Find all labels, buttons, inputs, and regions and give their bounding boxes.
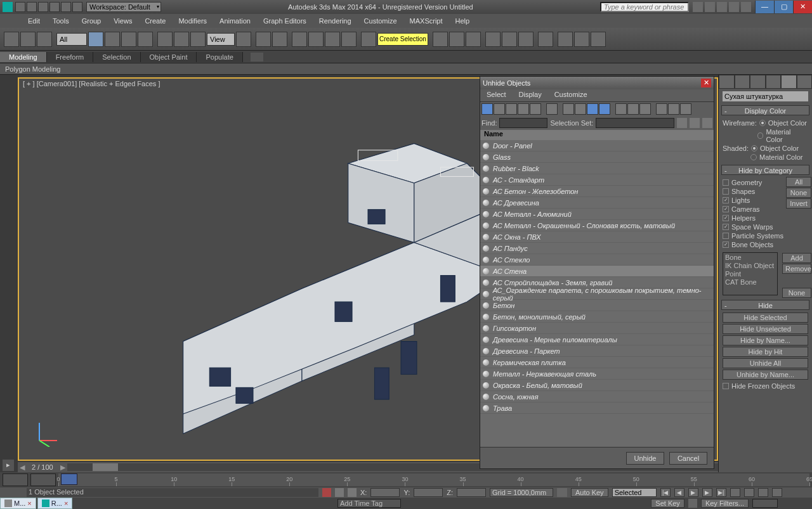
qat-open-icon[interactable] [27,2,37,12]
object-list-item[interactable]: Бетон [480,300,714,311]
auto-key-button[interactable]: Auto Key [571,488,608,497]
list-item[interactable]: Point [725,270,775,278]
wire-object-radio[interactable] [759,120,766,126]
graphite-ribbon-icon[interactable] [485,32,501,47]
object-list-item[interactable]: Rubber - Black [480,163,714,174]
object-list-item[interactable]: АС Бетон - Железобетон [480,186,714,197]
hide-unselected-button[interactable]: Hide Unselected [723,324,808,334]
object-list-item[interactable]: Glass [480,151,714,163]
display-all-icon[interactable] [481,103,493,115]
ribbon-collapse-icon[interactable] [251,53,263,61]
cat-helpers-checkbox[interactable]: ✓ [723,215,729,221]
task-close-icon[interactable]: × [64,499,68,507]
object-list-item[interactable]: АС Древесина [480,197,714,209]
pivot-center-icon[interactable] [236,32,251,47]
utilities-tab-icon[interactable] [797,75,813,89]
selection-filter-dropdown[interactable]: All [56,33,87,46]
menu-maxscript[interactable]: MAXScript [403,15,449,27]
app-icon[interactable] [3,2,13,12]
timeline-ruler[interactable]: 05101520253035404550556065 [58,474,809,486]
menu-modifiers[interactable]: Modifiers [172,15,213,27]
angle-snap-icon[interactable] [308,32,324,47]
taskbar-item-1[interactable]: M...× [0,498,36,509]
unhide-button[interactable]: Unhide [626,452,664,465]
script-listener-icon[interactable] [4,488,23,497]
selection-lock-icon[interactable] [348,488,357,497]
selection-set-dropdown[interactable] [596,118,674,128]
display-tab-icon[interactable] [781,75,797,89]
display-geometry-icon[interactable] [494,103,505,115]
link-icon[interactable] [4,32,19,47]
add-bone-button[interactable]: Add [782,253,811,263]
object-list-item[interactable]: АС Металл - Окрашенный - Слоновая кость,… [480,220,714,231]
taskbar-item-2[interactable]: R...× [37,498,73,509]
viewport-nav1-icon[interactable] [730,488,740,497]
select-none-icon[interactable] [627,103,639,115]
render-setup-icon[interactable] [558,32,573,47]
menu-edit[interactable]: Edit [22,15,46,27]
minimize-button[interactable]: — [755,1,774,13]
collapse-icon[interactable] [680,103,691,115]
rotate-icon[interactable] [174,32,189,47]
cat-bone-objects-checkbox[interactable]: ✓ [723,242,729,248]
object-list-item[interactable]: АС - Стандарт [480,174,714,186]
display-helpers-icon[interactable] [546,103,558,115]
mirror-icon[interactable] [433,32,448,47]
expand-icon[interactable] [668,103,679,115]
object-list-item[interactable]: Металл - Нержавеющая сталь [480,368,714,380]
ref-coord-dropdown[interactable]: View [207,33,235,46]
qat-project-icon[interactable] [72,2,82,12]
list-item[interactable]: CAT Bone [725,278,775,287]
create-tab-icon[interactable] [719,75,735,89]
help-search-input[interactable] [600,2,689,12]
dialog-close-icon[interactable]: ✕ [701,79,711,87]
keyboard-shortcut-icon[interactable] [272,32,287,47]
object-list-item[interactable]: Древесина - Паркет [480,345,714,357]
object-list-item[interactable]: Сосна, южная [480,391,714,403]
schematic-view-icon[interactable] [518,32,534,47]
curve-editor-icon[interactable] [502,32,517,47]
maximize-button[interactable]: ▢ [774,1,793,13]
cat-lights-checkbox[interactable]: ✓ [723,197,729,203]
object-list-item[interactable]: Гипсокартон [480,323,714,334]
material-editor-icon[interactable] [538,32,553,47]
shaded-material-radio[interactable] [750,154,757,160]
cat-geometry-checkbox[interactable] [723,179,729,186]
key-filters-button[interactable]: Key Filters... [701,499,749,508]
object-list-item[interactable]: Бетон, монолитный, серый [480,311,714,323]
object-list-item[interactable]: АС Металл - Алюминий [480,209,714,220]
selset-remove-icon[interactable] [690,118,700,128]
object-list-item[interactable]: АС Стекло [480,254,714,266]
render-frame-icon[interactable] [574,32,589,47]
menu-rendering[interactable]: Rendering [313,15,358,27]
named-selection-dropdown[interactable]: Create Selection Se [377,33,428,46]
object-list-item[interactable]: АС Стена [480,266,714,277]
ribbon-tab-object-paint[interactable]: Object Paint [141,52,197,62]
hide-cat-invert-button[interactable]: Invert [786,198,811,209]
display-spacewarps-icon[interactable] [563,103,574,115]
set-key-button[interactable]: Set Key [651,499,684,508]
cat-shapes-checkbox[interactable] [723,188,729,195]
scale-icon[interactable] [190,32,206,47]
object-list[interactable]: Door - PanelGlassRubber - BlackАС - Стан… [480,140,714,447]
next-frame-icon[interactable]: ▶ [702,488,712,497]
dialog-menu-display[interactable]: Display [513,89,548,101]
object-list-item[interactable]: Древесина - Мерные пиломатериалы [480,334,714,345]
display-xrefs-icon[interactable] [587,103,598,115]
bind-spacewarp-icon[interactable] [37,32,52,47]
workspace-dropdown[interactable]: Workspace: Default [86,2,161,12]
display-cameras-icon[interactable] [530,103,541,115]
animate-key-icon[interactable] [557,488,567,497]
find-input[interactable] [499,118,547,128]
subscription-icon[interactable] [705,2,715,12]
qat-redo-icon[interactable] [61,2,71,12]
time-slider-head[interactable] [61,474,77,485]
menu-tools[interactable]: Tools [46,15,75,27]
x-coord-input[interactable] [370,488,400,497]
object-list-item[interactable]: Трава [480,403,714,414]
qat-new-icon[interactable] [15,2,25,12]
search-icon[interactable] [693,2,703,12]
viewport-label[interactable]: [ + ] [Camera001] [Realistic + Edged Fac… [23,80,160,87]
scroll-right-icon[interactable]: ▶ [58,463,67,472]
prev-frame-icon[interactable]: ◀ [674,488,684,497]
